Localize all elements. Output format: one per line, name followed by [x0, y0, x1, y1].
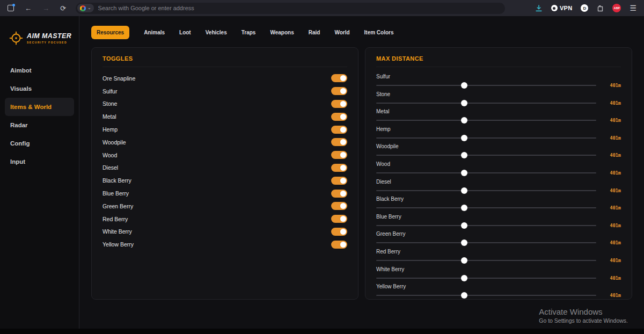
slider-group: Woodpile401m	[376, 143, 621, 161]
vpn-icon	[551, 5, 558, 11]
address-bar[interactable]: ⌄ Search with Google or enter address	[76, 3, 505, 14]
sidebar-item-aimbot[interactable]: Aimbot	[5, 61, 74, 79]
page-content: AIM MASTER SECURITY FOCUSED Aimbot Visua…	[0, 16, 644, 329]
toggle-label: Green Berry	[103, 203, 133, 209]
slider-group: Metal401m	[376, 108, 621, 126]
back-icon[interactable]: ←	[25, 5, 32, 12]
toggle-label: Yellow Berry	[103, 241, 134, 248]
tab-traps[interactable]: Traps	[241, 26, 256, 39]
sidebar-item-items-world[interactable]: Items & World	[5, 98, 74, 116]
slider-track[interactable]	[376, 242, 596, 243]
sidebar-item-input[interactable]: Input	[5, 153, 74, 171]
tab-world[interactable]: World	[334, 26, 349, 39]
slider-label: Diesel	[376, 179, 621, 185]
slider-track[interactable]	[376, 103, 596, 104]
refresh-icon[interactable]: ⟳	[60, 5, 66, 12]
download-icon[interactable]	[535, 5, 543, 12]
slider-track[interactable]	[376, 295, 596, 296]
toggle-switch[interactable]	[331, 138, 347, 146]
slider-group: Sulfur401m	[376, 74, 621, 91]
slider-track[interactable]	[376, 137, 596, 139]
toggle-switch[interactable]	[331, 113, 347, 121]
vpn-badge[interactable]: VPN	[551, 5, 573, 11]
slider-track[interactable]	[376, 278, 596, 279]
tab-preview-icon[interactable]	[8, 5, 14, 11]
slider-track[interactable]	[376, 172, 596, 173]
slider-value: 401m	[604, 118, 621, 123]
slider-thumb[interactable]	[461, 82, 467, 89]
toggle-switch[interactable]	[331, 100, 347, 108]
slider-value: 401m	[604, 170, 621, 176]
toggle-switch[interactable]	[331, 74, 347, 82]
toggle-label: Woodpile	[103, 139, 126, 146]
slider-thumb[interactable]	[461, 292, 467, 299]
toggle-knob	[340, 127, 346, 133]
toggle-switch[interactable]	[331, 202, 347, 210]
slider-label: Blue Berry	[376, 214, 621, 220]
tab-loot[interactable]: Loot	[179, 26, 191, 39]
slider-group: Wood401m	[376, 161, 621, 179]
toggle-switch[interactable]	[331, 164, 347, 172]
tab-animals[interactable]: Animals	[144, 26, 165, 39]
adblock-icon[interactable]: ABP	[612, 4, 621, 12]
toggle-row: Yellow Berry	[103, 238, 347, 251]
toggle-row: Metal	[103, 110, 347, 123]
slider-thumb[interactable]	[461, 135, 467, 141]
wallet-icon[interactable]: D	[581, 4, 588, 12]
slider-track[interactable]	[376, 155, 596, 156]
slider-thumb[interactable]	[461, 205, 467, 211]
slider-track[interactable]	[376, 120, 596, 121]
slider-group: Hemp401m	[376, 126, 621, 144]
slider-track[interactable]	[376, 225, 596, 226]
tab-item-colors[interactable]: Item Colors	[364, 26, 394, 39]
toggle-switch[interactable]	[331, 151, 347, 159]
toggle-switch[interactable]	[331, 190, 347, 198]
toggle-knob	[340, 114, 346, 120]
menu-icon[interactable]: ☰	[630, 4, 636, 12]
slider-thumb[interactable]	[461, 239, 467, 246]
sidebar: AIM MASTER SECURITY FOCUSED Aimbot Visua…	[0, 16, 79, 329]
watermark-title: Activate Windows	[539, 307, 628, 316]
slider-label: White Berry	[376, 266, 621, 272]
tab-resources[interactable]: Resources	[91, 26, 129, 39]
slider-thumb[interactable]	[461, 187, 467, 194]
slider-track[interactable]	[376, 260, 596, 261]
slider-value: 401m	[604, 100, 621, 106]
slider-thumb[interactable]	[461, 100, 467, 106]
extension-icon[interactable]	[597, 5, 604, 12]
slider-thumb[interactable]	[461, 117, 467, 124]
tab-weapons[interactable]: Weapons	[270, 26, 294, 39]
slider-track[interactable]	[376, 190, 596, 191]
slider-thumb[interactable]	[461, 222, 467, 229]
toggle-switch[interactable]	[331, 177, 347, 185]
toggle-knob	[340, 242, 346, 248]
sidebar-item-visuals[interactable]: Visuals	[5, 79, 74, 98]
toggle-label: Wood	[103, 152, 117, 158]
address-bar-placeholder: Search with Google or enter address	[98, 5, 194, 11]
toggle-switch[interactable]	[331, 87, 347, 95]
slider-thumb[interactable]	[461, 275, 467, 281]
slider-thumb[interactable]	[461, 257, 467, 264]
crosshair-icon	[9, 31, 24, 46]
slider-label: Black Berry	[376, 196, 621, 202]
toggle-switch[interactable]	[331, 215, 347, 223]
toggle-label: Black Berry	[103, 177, 131, 184]
tab-raid[interactable]: Raid	[309, 26, 320, 39]
sidebar-item-config[interactable]: Config	[5, 134, 74, 153]
browser-nav-controls: ← → ⟳	[8, 5, 66, 12]
forward-icon[interactable]: →	[42, 5, 49, 12]
slider-thumb[interactable]	[461, 152, 467, 158]
panels-row: TOGGLES Ore Snapline Sulfur Stone Metal …	[91, 47, 632, 300]
slider-track[interactable]	[376, 85, 596, 86]
slider-value: 401m	[604, 293, 621, 298]
slider-thumb[interactable]	[461, 170, 467, 176]
toggle-switch[interactable]	[331, 241, 347, 249]
tab-vehicles[interactable]: Vehicles	[206, 26, 227, 39]
slider-group: Red Berry401m	[376, 249, 621, 266]
search-engine-chip[interactable]: ⌄	[77, 4, 94, 12]
toggle-knob	[340, 191, 346, 197]
sidebar-item-radar[interactable]: Radar	[5, 116, 74, 134]
toggle-switch[interactable]	[331, 228, 347, 236]
toggle-switch[interactable]	[331, 126, 347, 134]
slider-track[interactable]	[376, 207, 596, 208]
